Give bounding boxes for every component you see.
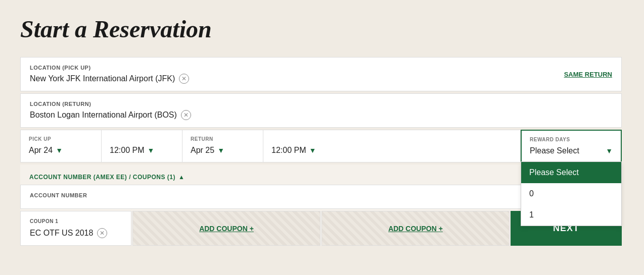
pickup-date-value: Apr 24 xyxy=(29,146,53,155)
coupon1-clear-button[interactable]: ✕ xyxy=(97,228,107,238)
account-section-chevron-icon[interactable]: ▲ xyxy=(178,174,185,181)
return-time-chevron[interactable]: ▼ xyxy=(309,146,316,154)
reward-option-0[interactable]: 0 xyxy=(521,183,621,204)
reward-days-dropdown: Please Select 0 1 xyxy=(521,161,622,226)
return-time-group: 12:00 PM ▼ xyxy=(263,130,344,162)
pickup-time-group: 12:00 PM ▼ xyxy=(102,130,182,162)
pickup-date-label: PICK UP xyxy=(29,136,93,142)
pickup-time-label xyxy=(110,136,174,142)
add-coupon3-button[interactable]: ADD COUPON + xyxy=(321,211,510,246)
return-date-label: RETURN xyxy=(191,136,255,142)
return-time-label xyxy=(271,136,336,142)
return-location-label: LOCATION (RETURN) xyxy=(30,101,612,107)
pickup-date-chevron[interactable]: ▼ xyxy=(56,146,63,154)
reward-days-chevron[interactable]: ▼ xyxy=(606,147,613,155)
pickup-date-group: PICK UP Apr 24 ▼ xyxy=(21,130,102,162)
pickup-time-chevron[interactable]: ▼ xyxy=(147,146,154,154)
coupon1-box: COUPON 1 EC OTF US 2018 ✕ xyxy=(20,211,131,246)
return-location-text: Boston Logan International Airport (BOS) xyxy=(30,111,177,120)
reward-days-select[interactable]: Please Select ▼ xyxy=(530,146,613,155)
coupon1-text: EC OTF US 2018 xyxy=(30,229,93,238)
pickup-location-clear-button[interactable]: ✕ xyxy=(179,74,189,84)
pickup-location-label: LOCATION (PICK UP) xyxy=(30,65,189,71)
add-coupon2-button[interactable]: ADD COUPON + xyxy=(132,211,320,246)
return-date-group: RETURN Apr 25 ▼ xyxy=(182,130,263,162)
return-time-value: 12:00 PM xyxy=(271,146,306,155)
account-section-toggle[interactable]: ACCOUNT NUMBER (AMEX EE) / COUPONS (1) xyxy=(29,174,175,181)
coupon1-value: EC OTF US 2018 ✕ xyxy=(30,228,122,238)
pickup-location-text: New York JFK International Airport (JFK) xyxy=(30,74,175,83)
reward-days-value: Please Select xyxy=(530,146,579,155)
return-location-value: Boston Logan International Airport (BOS)… xyxy=(30,110,612,120)
return-date-value: Apr 25 xyxy=(191,146,214,155)
pickup-time-value: 12:00 PM xyxy=(110,146,144,155)
coupon1-label: COUPON 1 xyxy=(30,218,122,224)
same-return-link[interactable]: SAME RETURN xyxy=(564,71,612,78)
reward-option-please-select[interactable]: Please Select xyxy=(521,162,621,183)
reward-days-group: REWARD DAYS Please Select ▼ Please Selec… xyxy=(521,130,622,162)
reward-days-label: REWARD DAYS xyxy=(530,137,613,142)
pickup-location-value: New York JFK International Airport (JFK)… xyxy=(30,74,189,84)
return-date-chevron[interactable]: ▼ xyxy=(217,146,224,154)
return-location-clear-button[interactable]: ✕ xyxy=(181,110,191,120)
page-title: Start a Reservation xyxy=(20,15,622,43)
reward-option-1[interactable]: 1 xyxy=(521,204,621,226)
